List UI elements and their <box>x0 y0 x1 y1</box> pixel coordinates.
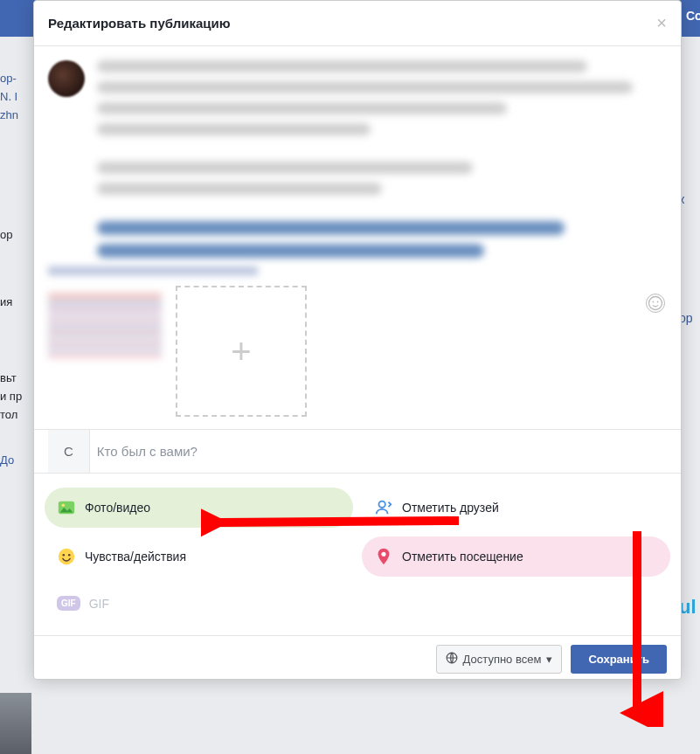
modal-title: Редактировать публикацию <box>48 16 230 31</box>
svg-point-7 <box>63 554 66 557</box>
with-label: С <box>48 430 90 473</box>
add-attachment-button[interactable]: + <box>176 286 307 417</box>
svg-point-9 <box>381 552 385 557</box>
avatar <box>48 60 85 97</box>
svg-point-6 <box>59 549 74 564</box>
attachment-caption <box>48 266 667 275</box>
photo-icon <box>57 498 76 517</box>
option-feelings[interactable]: Чувства/действия <box>45 536 353 577</box>
close-button[interactable]: × <box>656 13 667 33</box>
edit-post-modal: Редактировать публикацию × <box>33 0 682 680</box>
plus-icon: + <box>231 332 251 371</box>
save-button[interactable]: Сохранить <box>571 645 667 674</box>
post-content-row <box>48 60 667 258</box>
attachment-thumbnail[interactable] <box>48 293 162 406</box>
bg-right-column: к op ul <box>679 44 700 708</box>
modal-footer: Доступно всем ▾ Сохранить <box>34 635 681 679</box>
bg-header-text: Co <box>683 0 700 37</box>
feelings-icon <box>57 547 76 566</box>
gif-icon: GIF <box>57 596 80 611</box>
close-icon: × <box>656 13 667 32</box>
attachments: + <box>48 293 667 417</box>
privacy-selector[interactable]: Доступно всем ▾ <box>436 645 563 674</box>
post-options-grid: Фото/видео Отметить друзей Чувства/дейст… <box>45 488 670 621</box>
option-tag-friends[interactable]: Отметить друзей <box>362 488 670 528</box>
svg-point-0 <box>649 297 662 310</box>
bg-cover-photo <box>0 693 31 754</box>
svg-point-4 <box>62 503 66 507</box>
option-label: Фото/видео <box>85 501 150 515</box>
emoji-icon <box>648 295 663 311</box>
location-pin-icon <box>374 547 393 566</box>
option-checkin[interactable]: Отметить посещение <box>362 536 670 577</box>
privacy-label: Доступно всем <box>463 653 542 666</box>
with-friends-input[interactable] <box>90 430 667 473</box>
svg-point-5 <box>379 502 385 508</box>
bg-left-column: op- N. I zhn op ия вьт и пр тол До <box>0 37 31 701</box>
modal-body: + С Фото/видео Отметить друзей <box>34 46 681 635</box>
chevron-down-icon: ▾ <box>546 653 552 666</box>
option-label: Отметить посещение <box>402 550 523 564</box>
globe-icon <box>446 652 458 667</box>
svg-point-1 <box>652 301 654 303</box>
save-label: Сохранить <box>588 653 649 666</box>
post-text-area[interactable] <box>97 60 667 258</box>
svg-point-8 <box>68 554 71 557</box>
svg-point-2 <box>657 301 659 303</box>
option-label: Отметить друзей <box>402 501 499 515</box>
with-friends-row: С <box>34 429 681 474</box>
option-photo-video[interactable]: Фото/видео <box>45 488 353 528</box>
option-gif[interactable]: GIF GIF <box>45 585 353 621</box>
tag-friends-icon <box>374 498 393 517</box>
emoji-picker-button[interactable] <box>646 294 665 313</box>
option-label: GIF <box>89 597 109 611</box>
option-label: Чувства/действия <box>85 550 186 564</box>
modal-header: Редактировать публикацию × <box>34 1 681 46</box>
